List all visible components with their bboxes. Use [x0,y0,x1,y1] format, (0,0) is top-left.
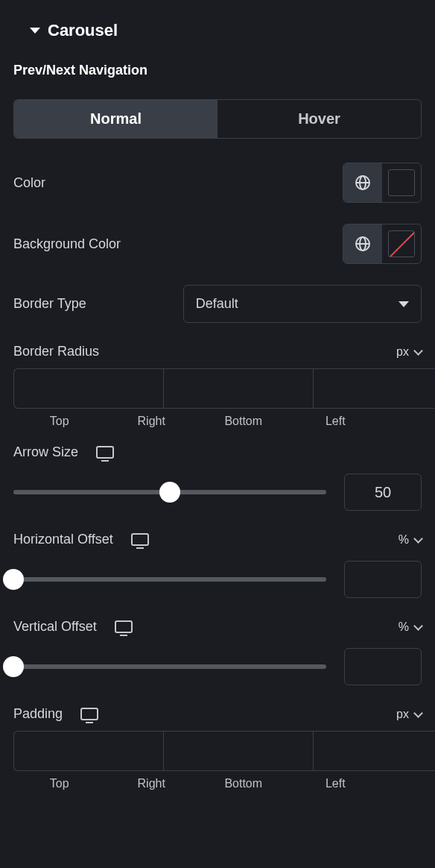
color-control [343,163,422,203]
chevron-down-icon [413,708,423,718]
no-color-swatch-icon [388,230,415,257]
border-type-select[interactable]: Default [183,285,422,323]
section-header-carousel[interactable]: Carousel [30,21,422,40]
padding-unit: px [396,708,409,721]
padding-bottom-input[interactable] [313,731,435,771]
h-offset-slider[interactable] [13,577,326,582]
v-offset-label: Vertical Offset [13,619,97,635]
border-radius-right-input[interactable] [163,368,313,409]
chevron-down-icon [413,534,423,544]
color-swatch-button[interactable] [382,163,421,202]
state-tabs: Normal Hover [13,99,422,139]
padding-top-input[interactable] [13,731,163,771]
h-offset-unit: % [399,533,409,547]
border-radius-label: Border Radius [13,344,99,359]
dim-label-right: Right [106,415,198,428]
padding-label: Padding [13,706,63,722]
slider-thumb[interactable] [159,482,180,503]
tab-normal[interactable]: Normal [14,100,218,138]
dim-label-bottom: Bottom [197,777,290,790]
dim-label-top: Top [13,777,106,790]
dim-label-left: Left [290,415,382,428]
dim-label-top: Top [13,415,106,428]
dim-label-left: Left [290,777,382,790]
border-radius-unit-picker[interactable]: px [396,345,422,359]
h-offset-label: Horizontal Offset [13,532,113,547]
v-offset-input[interactable] [344,648,422,685]
chevron-down-icon [413,621,423,631]
h-offset-unit-picker[interactable]: % [399,533,422,547]
dim-label-bottom: Bottom [197,415,290,428]
bgcolor-control [343,224,422,264]
v-offset-slider[interactable] [13,664,326,669]
global-color-button[interactable] [343,163,382,202]
border-radius-bottom-input[interactable] [313,368,435,409]
border-type-label: Border Type [13,296,86,312]
bgcolor-label: Background Color [13,236,121,252]
slider-thumb[interactable] [3,569,24,590]
desktop-icon[interactable] [80,708,98,720]
dim-label-right: Right [106,777,198,790]
globe-icon [354,174,372,192]
border-radius-unit: px [396,345,409,359]
v-offset-unit-picker[interactable]: % [399,620,422,634]
globe-icon [354,235,372,253]
empty-swatch-icon [388,169,415,196]
arrow-size-slider[interactable] [13,490,326,494]
border-type-value: Default [196,296,238,312]
desktop-icon[interactable] [115,620,133,633]
caret-down-icon [30,28,40,34]
bg-global-color-button[interactable] [343,224,382,263]
arrow-size-label: Arrow Size [13,444,78,460]
nav-heading: Prev/Next Navigation [13,63,422,78]
desktop-icon[interactable] [96,446,114,459]
chevron-down-icon [399,301,409,307]
padding-unit-picker[interactable]: px [396,708,422,721]
desktop-icon[interactable] [131,533,149,546]
section-title: Carousel [48,21,118,40]
arrow-size-input[interactable] [344,474,422,511]
bg-color-swatch-button[interactable] [382,224,421,263]
v-offset-unit: % [399,620,409,634]
padding-right-input[interactable] [163,731,313,771]
color-label: Color [13,175,45,191]
chevron-down-icon [413,346,423,356]
h-offset-input[interactable] [344,561,422,598]
slider-thumb[interactable] [3,656,24,677]
border-radius-top-input[interactable] [13,368,163,409]
tab-hover[interactable]: Hover [218,100,421,138]
